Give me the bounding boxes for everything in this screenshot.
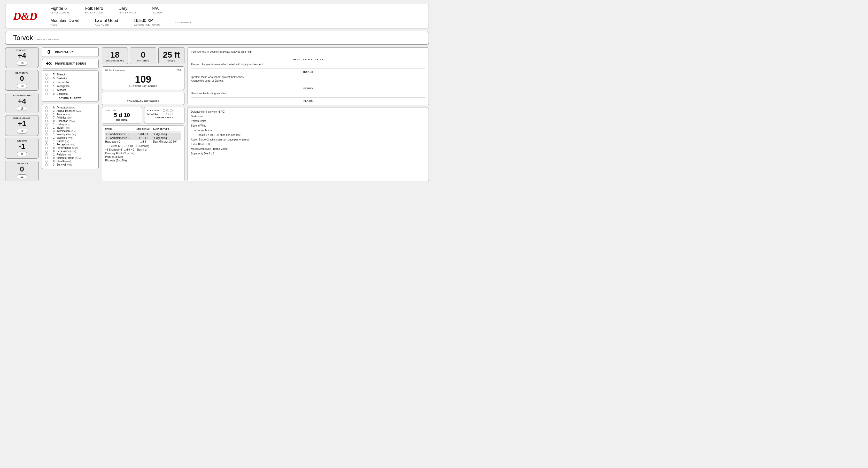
skill-attr-3: (Str) [67,117,72,119]
skill-val-10: 1 [50,140,55,143]
feature-item-8: Martial Archetype - Battle Master [191,147,426,151]
skill-row-10: 1 Nature (Int) [45,140,95,143]
race-field: Mountain Dwarf RACE [51,18,79,26]
skill-circle-13 [45,150,48,153]
attack-damage-2: Slash/Thrown 20-60ft [153,140,181,143]
skill-row-11: -1 Perception (Wis) [45,143,95,146]
failure-circles [163,113,173,115]
speed-value: 25 ft [163,50,180,60]
skill-circle-14 [45,153,48,156]
other-attack-4: Risposte (Sup Die) [105,159,181,162]
initiative-stat: 0 INITIATIVE [130,47,156,64]
skill-row-13: 0 Persuasion (Cha) [45,150,95,153]
personality-box: If someone is in trouble I'm always read… [188,47,429,105]
saving-throws-list: 7 Strength 0 Dexterity 7 Constitution 1 … [45,73,95,95]
ability-modifier-1: 0 [20,75,24,83]
attack-bonus-1: i d 10 + 1 [135,137,152,139]
saving-throws-box: 7 Strength 0 Dexterity 7 Constitution 1 … [42,70,99,102]
hit-dice-death-row: Total 5/5 5 d 10 HIT DICE SUCESSES [102,107,184,123]
attacks-header: NAME ATK BONUS DAMAGE/TYPE [105,128,181,131]
ability-modifier-2: +4 [18,97,26,105]
save-val-5: 0 [50,92,55,95]
successes-row: SUCESSES [147,109,182,112]
feature-item-1: Darkvision [191,115,426,118]
speed-stat: 25 ft SPEED [158,47,184,64]
bonds-label: BONDS [191,87,426,90]
player-name-field: Daryl PLAYER NAME [119,6,136,14]
combat-stats-top: 18 ARMOUR CLASS 0 INITIATIVE 25 ft SPEED [102,47,184,64]
save-circle-1 [45,77,48,80]
xp-label: EXPERIENCE POINTS [133,24,160,26]
skill-name-3: Athletics (Str) [57,116,71,119]
skill-attr-4: (Cha) [69,120,75,122]
skill-row-4: 0 Deception (Cha) [45,120,95,122]
background-field: Folk Hero BACKGROUND [85,6,103,14]
ability-score-3: 12 [17,129,27,133]
ability-scores-column: STRENGTH +4 18 DEXTERITY 0 10 CONSTITUTI… [5,47,39,181]
initiative-label: INITIATIVE [137,60,149,62]
skill-circle-0 [45,106,48,109]
hp-max-label: Hit Point Maximum [105,69,125,71]
inspiration-row: 0 INSPIRATION [42,47,99,57]
skill-attr-5: (Int) [65,123,69,126]
flaws-section: I have trouble trusting my allies. FLAWS [191,92,426,102]
ideals-label: IDEALS [191,71,426,73]
skill-name-14: Religion (Int) [57,153,71,156]
skill-name-4: Deception (Cha) [57,120,75,122]
skill-val-14: 1 [50,153,55,156]
header-bar: D&D Fighter 6 CLASS & LEVEL Folk Hero BA… [5,4,429,28]
inspiration-label: INSPIRATION [55,51,74,54]
skill-val-7: 3 [50,130,55,132]
ability-card-charisma: CHARISMA 0 11 [5,161,39,181]
skill-val-11: -1 [50,143,55,146]
hit-dice-value: 5 d 10 [104,112,139,119]
death-saves-label: DEATH SAVES [147,116,182,119]
skill-val-4: 0 [50,120,55,122]
hit-dice-count: 5/5 [113,109,116,112]
skill-name-1: Animal Handling (Wis) [57,110,82,112]
class-level-field: Fighter 6 CLASS & LEVEL [51,6,69,14]
character-name-block: Torvok CHARACTER NAME [5,31,429,45]
failure-circle-2 [166,113,169,115]
skill-row-7: 3 Intimidation (Cha) [45,130,95,132]
death-saves-box: SUCESSES FAILURES DEATH SAVES [144,107,184,123]
armour-class-label: ARMOUR CLASS [105,60,124,62]
skill-val-1: 2 [50,110,55,112]
proficiency-label: PROFICIENCY BONUS [55,62,86,65]
save-val-1: 0 [50,77,55,80]
save-name-4: Wisdom [57,89,66,91]
skill-attr-9: (Wis) [68,137,73,139]
attack-name-1: +1 Warhammer (2H) [106,137,134,139]
skill-row-3: 7 Athletics (Str) [45,116,95,119]
ability-modifier-5: 0 [20,165,24,173]
personality-traits-label: PERSONALITY TRAITS [191,58,426,61]
skill-row-2: 1 Arcana (Int) [45,113,95,116]
hit-dice-total-label: Total 5/5 [104,109,139,112]
success-circle-3 [170,109,173,112]
skill-row-16: 0 Stealth (Dex) [45,160,95,163]
skill-val-17: 3 [50,163,55,166]
class-level-label: CLASS & LEVEL [51,11,69,14]
feature-item-3: Second Wind [191,124,426,128]
skill-val-13: 0 [50,150,55,153]
skill-name-5: History (Int) [57,123,69,126]
character-name-label: CHARACTER NAME [36,38,59,42]
save-circle-5 [45,92,48,95]
armour-class-value: 18 [110,50,120,60]
attacks-list: +1 Warhammer (1H) 1 d 8 + 1 Bludgeoning … [105,132,181,143]
ability-modifier-4: -1 [19,143,25,151]
success-circle-2 [166,109,169,112]
dci-label: DCI NUMBER [176,21,191,24]
other-attack-0: + 1 Scythe (2H) - 1 d 10 + 1 - Slashing [105,145,181,148]
save-circle-2 [45,81,48,84]
feature-item-5: – Regain 1 d 10 + Lvl once per long rest [191,133,426,137]
failure-circle-1 [163,113,165,115]
other-attack-2: Goading Attack (Sup Die) [105,152,181,155]
skill-attr-13: (Cha) [70,150,76,153]
skill-val-5: 1 [50,123,55,126]
skill-circle-17 [45,163,48,166]
skill-attr-17: (Wis) [66,163,72,166]
skill-circle-11 [45,143,48,146]
skill-name-10: Nature (Int) [57,140,69,143]
bonds-section: I protect those who cannot protect thems… [191,75,426,90]
